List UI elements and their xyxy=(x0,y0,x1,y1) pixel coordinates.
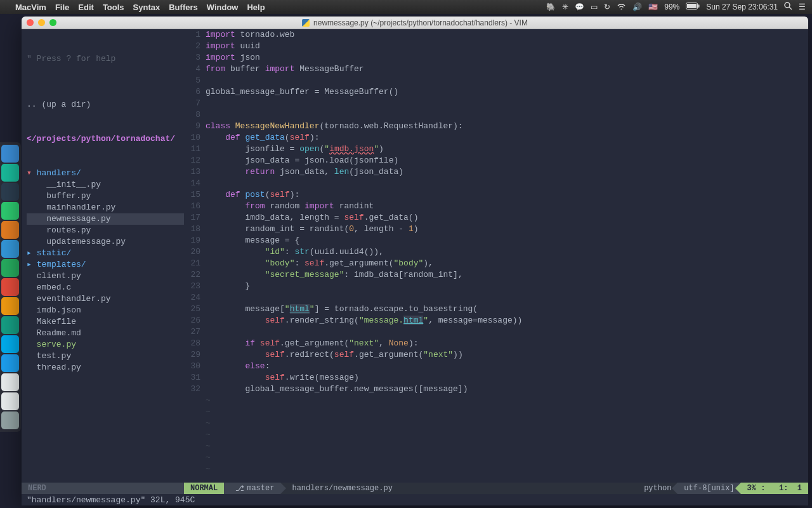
tree-dir[interactable]: ▸ templates/ xyxy=(27,259,184,271)
app-name[interactable]: MacVim xyxy=(15,3,46,12)
code-line[interactable]: imdb_data, length = self.get_data() xyxy=(206,212,802,224)
menu-help[interactable]: Help xyxy=(247,3,265,12)
code-line[interactable] xyxy=(206,326,802,338)
nerdtree-panel[interactable]: " Press ? for help .. (up a dir) </proje… xyxy=(22,29,184,483)
flag-icon[interactable]: 🇺🇸 xyxy=(648,3,658,11)
timemachine-icon[interactable]: ↻ xyxy=(604,3,610,11)
dock-app-icon[interactable] xyxy=(1,373,19,391)
code-line[interactable]: if self.get_argument("next", None): xyxy=(206,338,802,349)
tree-file[interactable]: updatemessage.py xyxy=(27,236,184,248)
tree-file[interactable]: mainhandler.py xyxy=(27,202,184,213)
code-editor[interactable]: import tornado.webimport uuidimport json… xyxy=(206,29,808,483)
code-line[interactable]: def get_data(self): xyxy=(206,132,802,144)
code-line[interactable]: "body": self.get_argument("body"), xyxy=(206,258,802,269)
code-line[interactable]: jsonfile = open("imdb.json") xyxy=(206,144,802,155)
code-line[interactable]: json_data = json.load(jsonfile) xyxy=(206,155,802,166)
window-minimize-button[interactable] xyxy=(38,19,45,26)
dock-app-icon[interactable] xyxy=(1,411,19,429)
display-icon[interactable]: ▭ xyxy=(591,3,598,11)
tree-file[interactable]: client.py xyxy=(27,271,184,282)
tree-file[interactable]: embed.c xyxy=(27,282,184,293)
tree-file[interactable]: thread.py xyxy=(27,362,184,373)
code-line[interactable]: global_message_buffer = MessageBuffer() xyxy=(206,86,802,98)
code-line[interactable]: "id": str(uuid.uuid4()), xyxy=(206,246,802,258)
code-line[interactable]: import tornado.web xyxy=(206,29,802,41)
menu-tools[interactable]: Tools xyxy=(103,3,124,12)
code-line[interactable]: self.redirect(self.get_argument("next")) xyxy=(206,349,802,361)
tree-file[interactable]: __init__.py xyxy=(27,179,184,190)
code-line[interactable] xyxy=(206,292,802,304)
code-line[interactable]: class MessageNewHandler(tornado.web.Requ… xyxy=(206,121,802,132)
tree-file[interactable]: serve.py xyxy=(27,339,184,351)
volume-icon[interactable]: 🔊 xyxy=(632,3,642,11)
window-close-button[interactable] xyxy=(27,19,34,26)
evernote-icon[interactable]: 🐘 xyxy=(546,3,556,11)
code-line[interactable]: import json xyxy=(206,52,802,64)
tree-dir[interactable]: ▸ static/ xyxy=(27,248,184,259)
tree-dir[interactable]: ▾ handlers/ xyxy=(27,168,184,179)
code-line[interactable]: self.write(message) xyxy=(206,372,802,384)
code-line[interactable]: } xyxy=(206,281,802,292)
code-line[interactable]: random_int = randint(0, length - 1) xyxy=(206,224,802,235)
code-line[interactable]: from random import randint xyxy=(206,201,802,212)
dock-app-icon[interactable] xyxy=(1,297,19,315)
line-number: 22 xyxy=(184,269,200,281)
menu-edit[interactable]: Edit xyxy=(78,3,94,12)
code-line[interactable]: def post(self): xyxy=(206,189,802,201)
dock-app-icon[interactable] xyxy=(1,221,19,239)
window-maximize-button[interactable] xyxy=(49,19,56,26)
nerdtree-updir[interactable]: .. (up a dir) xyxy=(27,99,184,110)
dock-app-icon[interactable] xyxy=(1,392,19,410)
battery-icon[interactable] xyxy=(686,3,700,11)
code-line[interactable] xyxy=(206,178,802,189)
menu-file[interactable]: File xyxy=(55,3,69,12)
code-line[interactable] xyxy=(206,75,802,86)
line-number: 19 xyxy=(184,235,200,246)
dock-app-icon[interactable] xyxy=(1,240,19,258)
chat-icon[interactable]: 💬 xyxy=(575,3,584,11)
code-line[interactable]: return json_data, len(json_data) xyxy=(206,166,802,178)
nerdtree-root[interactable]: </projects/python/tornadochat/ xyxy=(27,133,184,145)
dock-app-icon[interactable] xyxy=(1,335,19,353)
code-line[interactable] xyxy=(206,109,802,121)
code-line[interactable]: message["html"] = tornado.escape.to_base… xyxy=(206,304,802,315)
tree-file[interactable]: test.py xyxy=(27,351,184,362)
code-line[interactable]: from buffer import MessageBuffer xyxy=(206,64,802,75)
code-line[interactable]: else: xyxy=(206,361,802,372)
code-line[interactable]: message = { xyxy=(206,235,802,246)
tree-file[interactable]: imdb.json xyxy=(27,305,184,316)
notification-center-icon[interactable]: ☰ xyxy=(799,3,806,11)
tree-file[interactable]: newmessage.py xyxy=(27,213,184,225)
tree-file[interactable]: Readme.md xyxy=(27,328,184,339)
empty-line: ~ xyxy=(206,406,802,418)
vim-cmdline[interactable]: "handlers/newmessage.py" 32L, 945C xyxy=(22,494,808,505)
spotlight-icon[interactable] xyxy=(784,2,792,12)
dock-app-icon[interactable] xyxy=(1,259,19,277)
window-titlebar[interactable]: newmessage.py (~/projects/python/tornado… xyxy=(22,17,808,29)
dock-app-icon[interactable] xyxy=(1,183,19,201)
dock-app-icon[interactable] xyxy=(1,145,19,163)
dock-app-icon[interactable] xyxy=(1,316,19,334)
wifi-icon[interactable] xyxy=(617,3,626,11)
code-line[interactable]: import uuid xyxy=(206,41,802,52)
dock-app-icon[interactable] xyxy=(1,164,19,182)
clock[interactable]: Sun 27 Sep 23:06:31 xyxy=(706,3,778,11)
dock-app-icon[interactable] xyxy=(1,354,19,372)
menu-window[interactable]: Window xyxy=(207,3,239,12)
dock-app-icon[interactable] xyxy=(1,202,19,220)
bluetooth-icon[interactable]: ✳ xyxy=(562,3,568,11)
code-line[interactable]: "secret_message": imdb_data[random_int], xyxy=(206,269,802,281)
dock-app-icon[interactable] xyxy=(1,278,19,296)
tree-file[interactable]: routes.py xyxy=(27,225,184,236)
code-line[interactable]: global_message_buffer.new_messages([mess… xyxy=(206,384,802,395)
line-number: 15 xyxy=(184,189,200,201)
tree-file[interactable]: buffer.py xyxy=(27,190,184,202)
code-line[interactable]: self.render_string("message.html", messa… xyxy=(206,315,802,326)
menu-buffers[interactable]: Buffers xyxy=(169,3,198,12)
line-number: 8 xyxy=(184,109,200,121)
menu-syntax[interactable]: Syntax xyxy=(133,3,160,12)
code-line[interactable] xyxy=(206,98,802,109)
airline-file: handlers/newmessage.py xyxy=(280,483,398,494)
tree-file[interactable]: eventhandler.py xyxy=(27,293,184,305)
tree-file[interactable]: Makefile xyxy=(27,316,184,328)
